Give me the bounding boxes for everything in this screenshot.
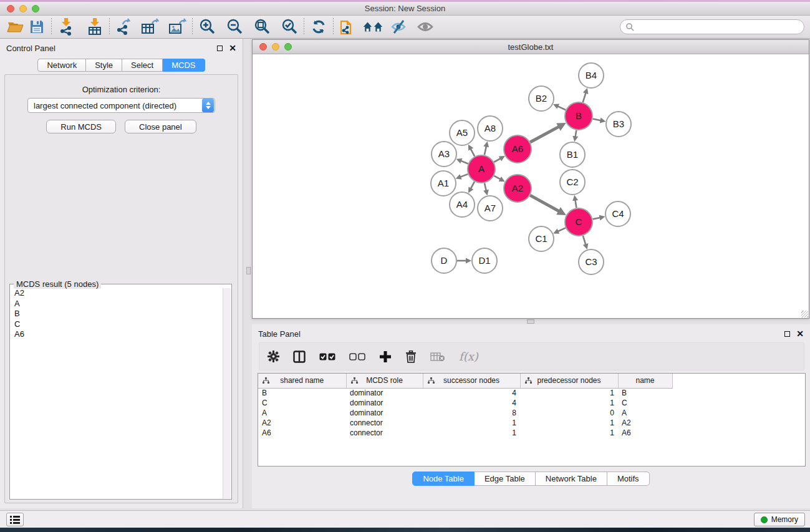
add-icon[interactable]	[379, 351, 392, 363]
hide-details-icon[interactable]	[388, 17, 410, 36]
table-cell[interactable]: A2	[618, 418, 672, 428]
table-cell[interactable]: 1	[423, 418, 520, 428]
graph-edge[interactable]	[530, 195, 559, 211]
graph-edge[interactable]	[575, 200, 576, 208]
deselect-all-icon[interactable]	[349, 353, 365, 360]
list-item[interactable]: C	[11, 319, 223, 330]
graph-edge[interactable]	[470, 181, 475, 189]
trash-icon[interactable]	[405, 351, 417, 363]
graph-node-A6[interactable]: A6	[504, 135, 531, 163]
graph-edge[interactable]	[557, 106, 566, 110]
graph-edge[interactable]	[593, 119, 602, 121]
tab-node-table[interactable]: Node Table	[412, 472, 475, 486]
tab-motifs[interactable]: Motifs	[607, 472, 650, 486]
open-file-icon[interactable]	[5, 17, 26, 36]
task-history-button[interactable]	[6, 513, 24, 526]
column-mcds-role[interactable]: MCDS role	[346, 374, 423, 388]
table-cell[interactable]: connector	[346, 428, 423, 438]
zoom-out-icon[interactable]	[224, 17, 245, 36]
houses-icon[interactable]	[362, 17, 383, 36]
table-cell[interactable]: dominator	[346, 398, 423, 408]
float-table-panel-icon[interactable]	[784, 331, 790, 337]
zoom-selected-icon[interactable]	[279, 17, 300, 36]
graph-node-B3[interactable]: B3	[606, 112, 631, 137]
list-item[interactable]: B	[11, 309, 223, 319]
graph-node-A5[interactable]: A5	[450, 120, 475, 145]
graph-node-D[interactable]: D	[432, 248, 456, 273]
network-file-icon[interactable]	[337, 17, 359, 36]
table-row[interactable]: Bdominator41B	[258, 388, 672, 398]
table-cell[interactable]: C	[258, 398, 346, 408]
graph-edge[interactable]	[557, 228, 566, 231]
tab-select[interactable]: Select	[122, 59, 163, 72]
table-cell[interactable]: 1	[423, 428, 520, 438]
mcds-result-list[interactable]: A2ABCA6	[11, 288, 223, 498]
graph-node-A1[interactable]: A1	[431, 171, 456, 196]
table-cell[interactable]: dominator	[346, 388, 423, 398]
result-scrollbar[interactable]	[223, 288, 231, 498]
network-graph[interactable]: B4B2BB3A5A8A6A3B1AC2A1A2A4A7C4CC1C3DD1	[253, 55, 809, 318]
zoom-in-icon[interactable]	[196, 17, 218, 36]
list-item[interactable]: A6	[11, 329, 223, 340]
table-cell[interactable]: 1	[520, 418, 618, 428]
table-cell[interactable]: 1	[520, 398, 618, 408]
table-row[interactable]: A2connector11A2	[258, 418, 672, 428]
table-cell[interactable]: 0	[520, 408, 618, 418]
graph-node-A4[interactable]: A4	[450, 192, 475, 217]
graph-edge[interactable]	[583, 236, 586, 245]
network-canvas[interactable]: B4B2BB3A5A8A6A3B1AC2A1A2A4A7C4CC1C3DD1	[253, 55, 809, 318]
export-network-icon[interactable]	[113, 17, 135, 36]
import-table-icon[interactable]	[84, 17, 105, 36]
select-all-icon[interactable]	[319, 353, 335, 360]
graph-node-A[interactable]: A	[468, 155, 495, 183]
table-cell[interactable]: 1	[520, 428, 618, 438]
table-cell[interactable]: C	[618, 398, 672, 408]
resize-grip[interactable]	[801, 311, 808, 317]
graph-node-C3[interactable]: C3	[579, 249, 604, 274]
gear-icon[interactable]	[268, 351, 279, 362]
table-row[interactable]: Adominator80A	[258, 408, 672, 418]
graph-node-B2[interactable]: B2	[529, 86, 554, 111]
table-cell[interactable]: A	[258, 408, 346, 418]
graph-node-A8[interactable]: A8	[478, 116, 503, 141]
refresh-icon[interactable]	[308, 17, 329, 36]
graph-edge[interactable]	[460, 174, 468, 177]
tab-edge-table[interactable]: Edge Table	[475, 472, 536, 486]
export-image-icon[interactable]	[167, 17, 188, 36]
graph-node-B4[interactable]: B4	[579, 63, 604, 88]
column-shared-name[interactable]: shared name	[258, 374, 346, 388]
graph-edge[interactable]	[530, 127, 559, 142]
run-mcds-button[interactable]: Run MCDS	[46, 120, 116, 133]
graph-edge[interactable]	[583, 92, 586, 102]
node-table[interactable]: shared name MCDS role successor nodes pr…	[258, 373, 806, 467]
graph-node-A7[interactable]: A7	[478, 196, 503, 221]
graph-node-C2[interactable]: C2	[560, 170, 585, 195]
close-table-panel-icon[interactable]: ✕	[796, 329, 804, 338]
graph-node-C[interactable]: C	[565, 208, 592, 236]
table-cell[interactable]: 4	[423, 388, 520, 398]
tab-mcds[interactable]: MCDS	[163, 59, 205, 72]
columns-icon[interactable]	[293, 351, 306, 363]
graph-edge[interactable]	[460, 160, 468, 163]
save-session-icon[interactable]	[26, 17, 47, 36]
criterion-dropdown[interactable]: largest connected component (directed)	[27, 98, 215, 113]
graph-node-D1[interactable]: D1	[472, 248, 497, 273]
table-cell[interactable]: dominator	[346, 408, 423, 418]
table-cell[interactable]: A6	[618, 428, 672, 438]
float-panel-icon[interactable]	[217, 46, 223, 51]
table-cell[interactable]: B	[258, 388, 346, 398]
graph-node-A2[interactable]: A2	[504, 175, 531, 202]
table-row[interactable]: Cdominator41C	[258, 398, 672, 408]
table-row[interactable]: A6connector11A6	[258, 428, 672, 438]
table-cell[interactable]: A	[618, 408, 672, 418]
column-successor-nodes[interactable]: successor nodes	[423, 374, 520, 388]
search-input[interactable]	[634, 22, 804, 31]
network-window-titlebar[interactable]: testGlobe.txt	[253, 40, 809, 54]
tab-network-table[interactable]: Network Table	[536, 472, 607, 486]
graph-node-B[interactable]: B	[565, 102, 592, 130]
horizontal-splitter-handle[interactable]	[527, 319, 534, 324]
graph-edge[interactable]	[470, 148, 475, 157]
close-panel-icon[interactable]: ✕	[229, 44, 236, 52]
table-cell[interactable]: A6	[258, 428, 346, 438]
graph-node-C4[interactable]: C4	[605, 201, 630, 226]
